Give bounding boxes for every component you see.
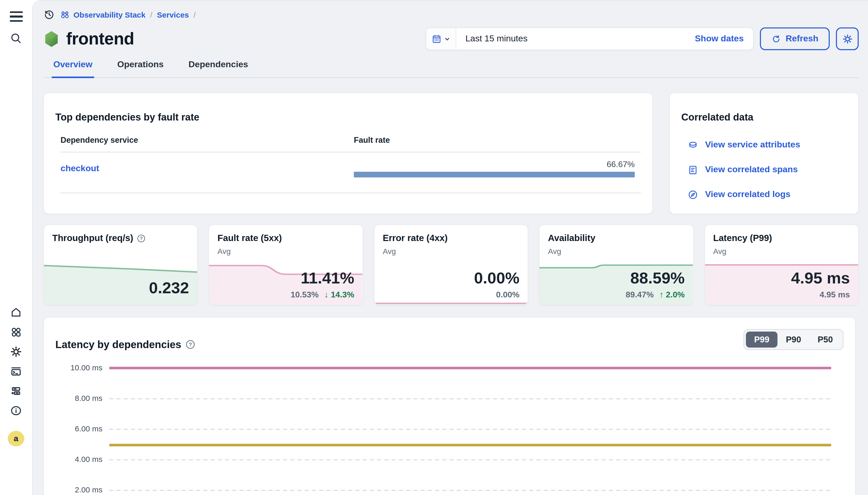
- metric-title: Fault rate (5xx): [218, 233, 354, 244]
- calendar-icon: [431, 34, 442, 44]
- table-row: checkout 66.67%: [61, 153, 641, 186]
- metric-subtitle: Avg: [548, 247, 685, 256]
- tab-bar: Overview Operations Dependencies: [44, 54, 859, 78]
- metric-title: Availability: [548, 233, 685, 244]
- y-axis-tick-label: 8.00 ms: [57, 394, 102, 403]
- column-header-dependency-service: Dependency service: [61, 136, 354, 145]
- metrics-row: Throughput (req/s) ? 0.232 Fault rate (5…: [44, 224, 859, 305]
- y-axis-tick-label: 2.00 ms: [57, 485, 102, 494]
- metric-previous: 4.95 ms: [820, 290, 850, 300]
- page-header: frontend Last 15 minutes Show dates: [44, 27, 859, 51]
- gridline: [109, 490, 831, 491]
- metric-value: 4.95 ms: [791, 269, 850, 288]
- view-correlated-logs-link[interactable]: View correlated logs: [687, 189, 847, 200]
- percentile-p50[interactable]: P50: [809, 331, 841, 347]
- database-icon: [687, 140, 698, 151]
- metric-card-fault-rate: Fault rate (5xx) Avg 11.41% 10.53% ↓ 14.…: [209, 224, 363, 305]
- user-avatar[interactable]: a: [8, 431, 24, 446]
- metric-previous: 0.00%: [496, 290, 520, 300]
- terminal-icon[interactable]: [0, 364, 32, 379]
- breadcrumb-link-services[interactable]: Services: [157, 10, 189, 19]
- refresh-icon: [771, 34, 781, 44]
- header-controls: Last 15 minutes Show dates Refresh: [425, 28, 859, 50]
- correlated-links: View service attributes View correlated …: [681, 140, 847, 200]
- percentile-toggle: P99 P90 P50: [743, 329, 844, 350]
- refresh-button[interactable]: Refresh: [760, 28, 830, 50]
- split-panel-icon[interactable]: [0, 383, 32, 399]
- compass-icon: [687, 189, 698, 200]
- app-window: a Observability Stack / Services: [0, 0, 868, 495]
- metric-subtitle: Avg: [713, 247, 850, 256]
- latency-by-dependencies-card: Latency by dependencies ? P99 P90 P50 10…: [44, 317, 855, 495]
- gear-icon[interactable]: [0, 344, 32, 359]
- metric-card-latency: Latency (P99) Avg 4.95 ms 4.95 ms: [704, 224, 859, 305]
- service-title: frontend: [44, 29, 134, 49]
- trend-down-indicator: ↓ 14.3%: [324, 290, 354, 300]
- help-icon[interactable]: ?: [186, 340, 195, 349]
- breadcrumb-link-observability-stack[interactable]: Observability Stack: [60, 10, 146, 19]
- metric-value: 88.59%: [630, 269, 685, 288]
- top-dependencies-title: Top dependencies by fault rate: [55, 112, 641, 123]
- breadcrumb-separator: /: [150, 10, 152, 19]
- metric-value: 0.00%: [474, 269, 520, 288]
- svg-text:?: ?: [139, 235, 142, 241]
- view-correlated-spans-link[interactable]: View correlated spans: [687, 165, 847, 175]
- document-icon: [687, 165, 698, 175]
- history-icon[interactable]: [44, 9, 55, 20]
- percentile-p99[interactable]: P99: [746, 331, 778, 347]
- tab-overview[interactable]: Overview: [52, 54, 94, 78]
- fault-rate-value: 66.67%: [354, 160, 635, 169]
- metric-title: Latency (P99): [713, 233, 850, 244]
- main-content: Observability Stack / Services / fronten…: [32, 0, 868, 495]
- apps-icon[interactable]: [0, 324, 32, 340]
- time-range-picker[interactable]: Last 15 minutes Show dates: [425, 28, 753, 50]
- top-dependencies-card: Top dependencies by fault rate Dependenc…: [44, 92, 653, 214]
- latency-plot[interactable]: 10.00 ms8.00 ms6.00 ms4.00 ms2.00 ms: [109, 368, 831, 495]
- tab-operations[interactable]: Operations: [116, 54, 165, 78]
- gridline: [109, 398, 831, 399]
- svg-text:?: ?: [189, 341, 192, 347]
- gridline: [109, 429, 831, 430]
- show-dates-link[interactable]: Show dates: [695, 34, 753, 44]
- metric-value: 0.232: [149, 279, 189, 297]
- metric-title: Error rate (4xx): [383, 233, 520, 244]
- dependencies-table: Dependency service Fault rate checkout 6…: [55, 136, 641, 193]
- divider: [61, 192, 641, 193]
- metric-card-error-rate: Error rate (4xx) Avg 0.00% 0.00%: [374, 224, 528, 305]
- menu-icon[interactable]: [0, 9, 32, 24]
- metric-card-throughput: Throughput (req/s) ? 0.232: [44, 224, 198, 305]
- breadcrumb-separator: /: [193, 10, 195, 19]
- sidebar-bottom-icons: a: [0, 305, 32, 446]
- nodejs-service-icon: [44, 30, 59, 47]
- metric-card-availability: Availability Avg 88.59% 89.47% ↑ 2.0%: [539, 224, 694, 305]
- metric-subtitle: Avg: [218, 247, 354, 256]
- home-icon[interactable]: [0, 305, 32, 320]
- tab-dependencies[interactable]: Dependencies: [187, 54, 250, 78]
- fault-rate-bar: [354, 172, 635, 177]
- metric-title: Throughput (req/s) ?: [52, 233, 189, 244]
- metric-value: 11.41%: [301, 269, 354, 288]
- dependency-service-link[interactable]: checkout: [61, 164, 99, 173]
- breadcrumb: Observability Stack / Services /: [60, 10, 196, 19]
- chart-series-series-2: [109, 444, 831, 446]
- view-service-attributes-link[interactable]: View service attributes: [687, 140, 847, 151]
- gridline: [109, 459, 831, 460]
- search-icon[interactable]: [0, 31, 32, 46]
- binoculars-icon: [60, 10, 70, 19]
- page-title: frontend: [66, 29, 134, 49]
- calendar-dropdown[interactable]: [426, 28, 456, 50]
- percentile-p90[interactable]: P90: [778, 331, 810, 347]
- info-icon[interactable]: [0, 403, 32, 419]
- settings-button[interactable]: [836, 28, 859, 50]
- table-header: Dependency service Fault rate: [61, 136, 641, 145]
- metric-subtitle: Avg: [383, 247, 520, 256]
- correlated-data-card: Correlated data View service attributes …: [669, 92, 859, 214]
- help-icon[interactable]: ?: [137, 234, 145, 242]
- trend-up-indicator: ↑ 2.0%: [659, 290, 685, 300]
- gear-icon: [842, 33, 853, 44]
- correlated-data-title: Correlated data: [681, 112, 847, 123]
- metric-previous-and-trend: 10.53% ↓ 14.3%: [290, 290, 354, 300]
- y-axis-tick-label: 6.00 ms: [57, 424, 102, 433]
- chevron-down-icon: [444, 36, 450, 41]
- y-axis-tick-label: 10.00 ms: [57, 363, 102, 372]
